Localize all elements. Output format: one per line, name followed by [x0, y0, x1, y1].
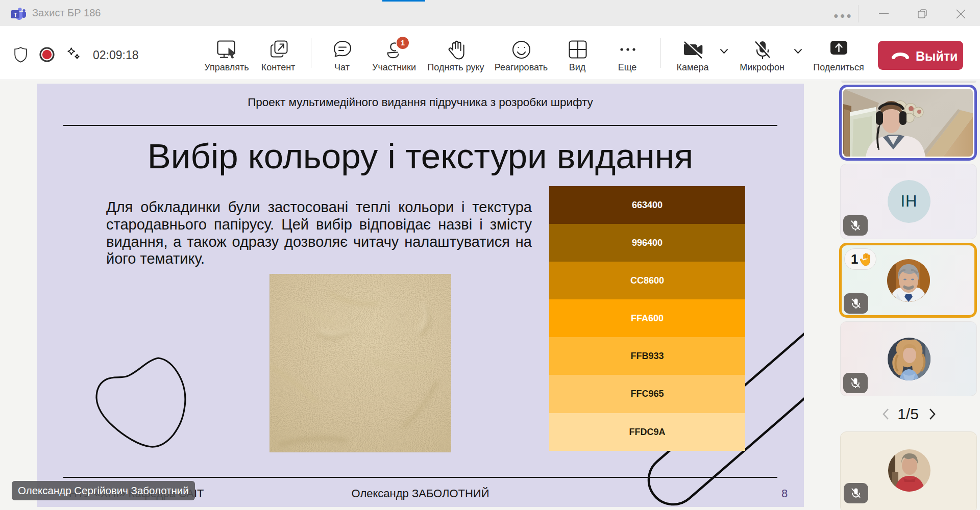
svg-text:T: T	[14, 12, 17, 18]
